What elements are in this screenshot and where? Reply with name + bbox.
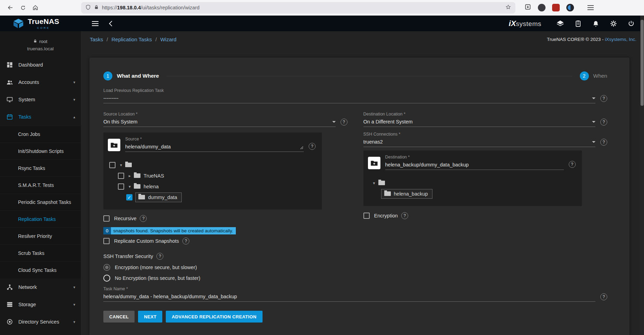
dropdown-caret-icon[interactable]	[592, 141, 595, 143]
tracking-shield-icon[interactable]	[85, 5, 91, 11]
sidebar-item-resilver-priority[interactable]: Resilver Priority	[0, 227, 81, 244]
replicate-custom-checkbox[interactable]	[103, 238, 110, 244]
tree-label-truenas[interactable]: TrueNAS	[144, 173, 164, 179]
checkbox-truenas[interactable]	[118, 173, 124, 179]
help-icon[interactable]: ?	[569, 161, 576, 168]
sidebar-item-directory-services[interactable]: Directory Services ▾	[0, 313, 81, 330]
help-icon[interactable]: ?	[182, 238, 189, 244]
tree-row-dummy-data[interactable]: dummy_data	[108, 192, 316, 203]
chevron-down-icon[interactable]: ▾	[370, 181, 378, 186]
truenas-logo[interactable]: TrueNAS CORE	[0, 18, 81, 29]
dropdown-caret-icon[interactable]	[332, 121, 336, 123]
scrollbar-thumb[interactable]	[641, 20, 644, 106]
power-icon[interactable]	[627, 20, 635, 27]
copyright-link[interactable]: iXsystems, Inc.	[605, 37, 636, 42]
extension-icon-1[interactable]	[538, 4, 546, 11]
chevron-down-icon[interactable]: ▾	[126, 184, 134, 189]
dropdown-caret-icon[interactable]	[592, 121, 595, 123]
sidenav-toggle-icon[interactable]	[92, 21, 98, 26]
source-input[interactable]: Source * helena/dummy_data	[125, 137, 304, 152]
destination-location-select[interactable]: Destination Location * On a Different Sy…	[363, 112, 596, 127]
sidebar-item-rsync-tasks[interactable]: Rsync Tasks	[0, 160, 81, 177]
tree-label-dummy-data[interactable]: dummy_data	[148, 195, 177, 200]
breadcrumb-replication-tasks[interactable]: Replication Tasks	[112, 36, 152, 42]
chevron-down-icon[interactable]: ▾	[117, 163, 125, 168]
task-name-value[interactable]: helena/dummy_data - helena_backup/dummy_…	[103, 294, 595, 299]
step-1-circle[interactable]: 1	[103, 71, 112, 80]
tree-row-helena[interactable]: ▾ helena	[108, 181, 316, 192]
resize-handle-icon[interactable]	[300, 145, 303, 151]
task-name-input[interactable]: Task Name * helena/dummy_data - helena_b…	[103, 286, 595, 302]
source-value[interactable]: helena/dummy_data	[125, 144, 304, 149]
sidebar-item-smart-tests[interactable]: S.M.A.R.T. Tests	[0, 177, 81, 194]
tree-row-helena-backup[interactable]: helena_backup	[368, 188, 576, 199]
breadcrumb-wizard[interactable]: Wizard	[160, 36, 177, 42]
help-icon[interactable]: ?	[600, 119, 607, 126]
destination-input[interactable]: Destination * helena_backup/dummy_data_b…	[385, 155, 564, 170]
checkbox-dummy-data-checked[interactable]	[126, 194, 132, 200]
source-location-select[interactable]: Source Location * On this System	[103, 112, 336, 127]
destination-value[interactable]: helena_backup/dummy_data_backup	[385, 162, 564, 168]
help-icon[interactable]: ?	[401, 212, 408, 219]
no-encryption-radio[interactable]	[103, 275, 110, 282]
recursive-checkbox[interactable]	[103, 215, 110, 222]
next-button[interactable]: NEXT	[138, 311, 162, 323]
nav-back-icon[interactable]	[108, 20, 115, 27]
url-bar[interactable]: https://198.18.0.4/ui/tasks/replication/…	[81, 2, 515, 14]
sidebar-item-periodic-snapshot-tasks[interactable]: Periodic Snapshot Tasks	[0, 194, 81, 211]
sidebar-item-network[interactable]: Network ▾	[0, 278, 81, 296]
load-previous-value[interactable]: ---------	[103, 95, 589, 101]
sidebar-item-accounts[interactable]: Accounts ▾	[0, 74, 81, 91]
source-location-value[interactable]: On this System	[103, 119, 329, 124]
tree-row-dest-root[interactable]: ▾	[368, 178, 576, 188]
tree-label-helena-backup[interactable]: helena_backup	[394, 191, 428, 197]
create-dataset-icon[interactable]	[108, 139, 120, 151]
help-icon[interactable]: ?	[309, 143, 316, 150]
selected-dataset-box[interactable]: dummy_data	[135, 192, 182, 202]
home-icon[interactable]	[30, 2, 41, 13]
sidebar-item-scrub-tasks[interactable]: Scrub Tasks	[0, 244, 81, 261]
extension-icon-3[interactable]	[566, 4, 574, 11]
tree-row-pool-root[interactable]: ▾	[108, 160, 316, 170]
advanced-replication-creation-button[interactable]: ADVANCED REPLICATION CREATION	[166, 311, 262, 323]
sidebar-item-cron-jobs[interactable]: Cron Jobs	[0, 126, 81, 143]
sidebar-item-init-shutdown-scripts[interactable]: Init/Shutdown Scripts	[0, 143, 81, 160]
sidebar-item-replication-tasks[interactable]: Replication Tasks	[0, 211, 81, 227]
ssh-connections-value[interactable]: truenas2	[363, 139, 590, 145]
tree-label-helena[interactable]: helena	[144, 184, 159, 189]
radio-row-encryption[interactable]: Encryption (more secure, but slower)	[103, 264, 347, 271]
radio-row-no-encryption[interactable]: No Encryption (less secure, but faster)	[103, 275, 347, 282]
reload-icon[interactable]	[17, 2, 28, 13]
chevron-right-icon[interactable]: ▸	[126, 173, 134, 178]
browser-menu-icon[interactable]	[587, 5, 594, 10]
sidebar-item-dashboard[interactable]: Dashboard	[0, 56, 81, 74]
encryption-radio[interactable]	[103, 264, 110, 271]
destination-location-value[interactable]: On a Different System	[363, 119, 590, 124]
jobs-icon[interactable]	[556, 19, 564, 27]
sidebar-item-storage[interactable]: Storage ▾	[0, 296, 81, 313]
help-icon[interactable]: ?	[600, 95, 607, 102]
ssh-connections-select[interactable]: SSH Connections * truenas2	[363, 132, 596, 147]
step-2-circle[interactable]: 2	[580, 71, 589, 80]
cancel-button[interactable]: CANCEL	[103, 311, 135, 323]
bookmark-star-icon[interactable]	[505, 4, 511, 11]
tasks-manager-icon[interactable]	[574, 20, 582, 27]
help-icon[interactable]: ?	[341, 119, 347, 126]
tree-row-truenas[interactable]: ▸ TrueNAS	[108, 170, 316, 181]
checkbox-helena[interactable]	[118, 183, 124, 190]
checkbox-pool-root[interactable]	[109, 162, 115, 168]
help-icon[interactable]: ?	[140, 215, 147, 222]
help-icon[interactable]: ?	[600, 139, 607, 146]
sidebar-item-tasks[interactable]: Tasks ▴	[0, 108, 81, 126]
encryption-checkbox[interactable]	[363, 213, 370, 219]
extension-icon-2[interactable]	[552, 4, 560, 11]
create-dataset-icon[interactable]	[368, 157, 380, 169]
settings-gear-icon[interactable]	[610, 20, 617, 27]
dropdown-caret-icon[interactable]	[592, 97, 595, 99]
help-icon[interactable]: ?	[156, 253, 163, 260]
back-icon[interactable]	[5, 2, 16, 13]
page-scrollbar[interactable]	[640, 16, 644, 335]
help-icon[interactable]: ?	[600, 293, 607, 300]
save-page-icon[interactable]	[524, 3, 531, 12]
sidebar-item-system[interactable]: System ▾	[0, 91, 81, 108]
